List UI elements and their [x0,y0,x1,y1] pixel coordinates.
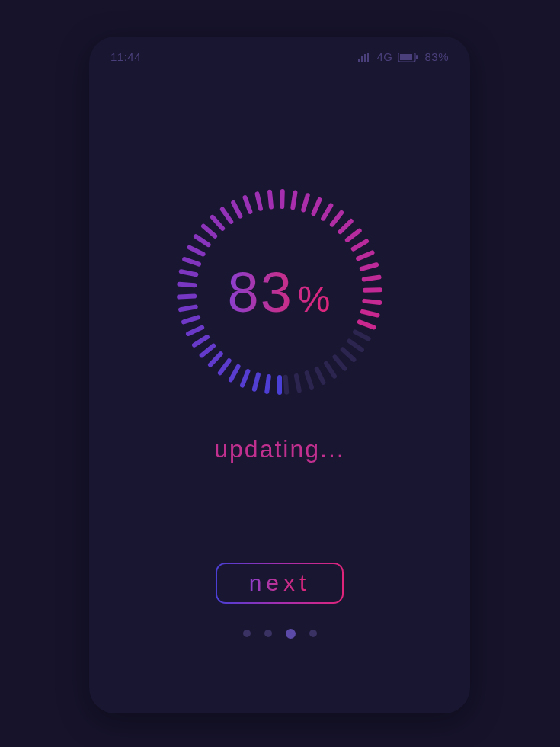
svg-line-53 [317,369,324,383]
svg-line-15 [194,337,207,345]
page-dot[interactable] [264,630,272,637]
svg-line-56 [286,377,286,393]
svg-line-32 [282,191,283,207]
svg-line-18 [181,307,196,310]
svg-line-51 [334,357,344,368]
svg-line-25 [203,226,215,236]
svg-line-40 [354,242,366,249]
status-right: 4G 83% [358,50,449,63]
svg-line-27 [222,209,231,221]
svg-line-24 [196,236,209,245]
svg-line-54 [307,373,312,387]
next-button-label: next [249,570,311,596]
battery-text: 83% [424,50,449,63]
svg-rect-1 [361,56,363,62]
svg-line-35 [314,200,320,213]
status-text: updating... [214,435,344,463]
svg-line-46 [363,312,377,316]
progress-ring-svg [173,185,386,399]
svg-line-13 [210,354,221,364]
next-button[interactable]: next [216,563,344,604]
svg-line-50 [343,350,354,360]
status-bar: 11:44 4G 83% [89,37,470,63]
svg-rect-5 [400,54,412,60]
svg-line-26 [213,217,222,229]
svg-line-31 [270,192,271,207]
network-label: 4G [376,50,392,63]
svg-line-17 [184,317,198,322]
svg-line-37 [332,213,341,225]
page-dot[interactable] [286,629,296,639]
svg-line-21 [181,271,197,274]
signal-icon [358,53,370,62]
svg-line-30 [258,194,261,208]
battery-icon [398,53,418,62]
svg-line-14 [202,346,214,356]
svg-rect-2 [364,54,366,62]
svg-line-45 [364,301,379,303]
clock: 11:44 [110,50,141,63]
svg-line-11 [231,367,238,380]
svg-line-33 [293,193,295,208]
svg-line-55 [296,376,299,391]
progress-ring: 83 % [173,185,386,399]
svg-line-19 [179,297,194,297]
svg-rect-0 [358,59,360,62]
svg-line-20 [179,284,194,286]
svg-line-12 [220,361,229,373]
svg-rect-3 [367,53,369,62]
svg-line-36 [323,205,331,218]
svg-line-52 [326,364,334,377]
svg-line-9 [254,374,258,389]
svg-line-28 [233,203,240,216]
page-dot[interactable] [309,630,317,637]
phone-frame: 11:44 4G 83% [89,37,470,713]
svg-line-43 [364,277,379,280]
svg-line-47 [360,322,374,327]
page-indicator [243,630,317,639]
svg-line-48 [355,332,369,338]
page-dot[interactable] [243,630,251,637]
svg-line-39 [347,231,360,240]
svg-line-41 [358,252,372,258]
svg-line-16 [188,328,202,334]
svg-line-10 [242,371,248,386]
svg-line-49 [350,341,362,350]
svg-line-22 [184,259,199,264]
svg-line-23 [190,248,203,255]
svg-rect-6 [416,55,418,59]
svg-line-29 [245,197,251,212]
svg-line-42 [362,264,376,268]
svg-line-8 [267,377,269,392]
svg-line-34 [303,195,308,210]
svg-line-38 [341,221,351,232]
